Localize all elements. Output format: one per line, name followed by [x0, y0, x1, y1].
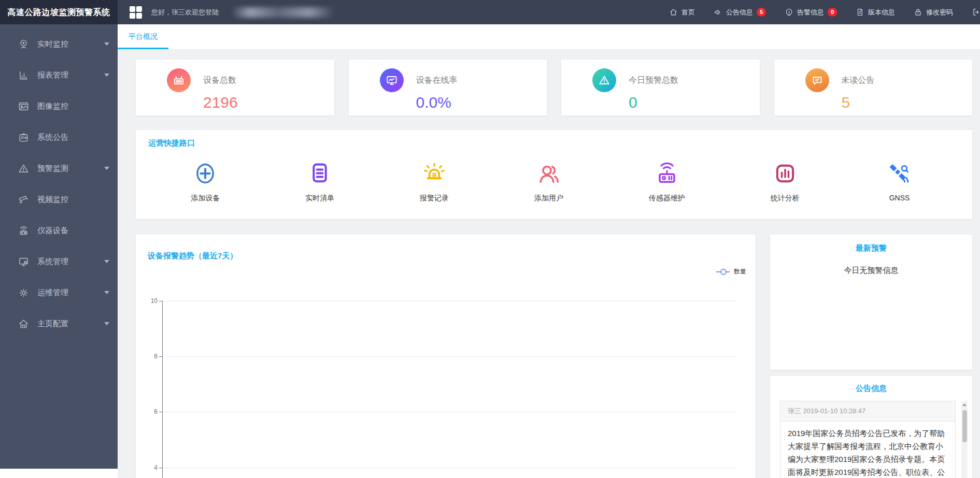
quick-sensor-maintenance[interactable]: 传感器维护	[649, 158, 685, 203]
lock-icon	[914, 8, 922, 17]
right-column: 最新预警 今日无预警信息 公告信息 张三 2019-01-10 10:28:47…	[770, 235, 972, 478]
quick-statistics[interactable]: 统计分析	[771, 158, 800, 203]
app-header: 高速公路边坡监测预警系统 您好，张三欢迎您登陆 首页 公告信息 5 告警信息 0…	[0, 0, 980, 24]
monitor-gear-icon	[18, 256, 30, 268]
quick-realtime-list[interactable]: 实时清单	[305, 158, 334, 203]
sidebar: 实时监控 报表管理 图像监控 系统公告 预警监测 视频监控 仪器设备 系统管理	[0, 24, 118, 469]
satellite-icon	[885, 158, 914, 189]
sidebar-label: 主页配置	[37, 319, 68, 329]
quick-gnss[interactable]: GNSS	[885, 158, 914, 203]
sidebar-label: 实时监控	[37, 39, 68, 49]
nav-alerts[interactable]: 告警信息 0	[785, 8, 837, 17]
sidebar-item-instruments[interactable]: 仪器设备	[0, 215, 118, 246]
sidebar-item-system-notice[interactable]: 系统公告	[0, 122, 118, 153]
sidebar-item-warning-monitor[interactable]: 预警监测	[0, 153, 118, 184]
nav-home[interactable]: 首页	[669, 8, 695, 17]
quick-alarm-records[interactable]: 报警记录	[420, 158, 449, 203]
alarm-icon	[785, 8, 793, 17]
quick-label: 统计分析	[771, 194, 800, 203]
announcements-title: 公告信息	[770, 376, 972, 394]
gridline-4	[163, 468, 736, 468]
y-tick	[159, 468, 162, 468]
sidebar-item-image-monitor[interactable]: 图像监控	[0, 91, 118, 122]
sidebar-label: 运维管理	[37, 288, 68, 298]
gear-icon	[18, 287, 30, 299]
bulletin-board-icon	[18, 132, 30, 143]
chevron-down-icon	[104, 74, 109, 77]
no-alerts-text: 今日无预警信息	[770, 266, 972, 276]
quick-label: 报警记录	[420, 194, 449, 203]
logout-icon	[972, 8, 980, 17]
nav-logout[interactable]: 退出	[972, 8, 980, 17]
announcements-badge: 5	[757, 8, 766, 17]
announcement-item[interactable]: 张三 2019-01-10 10:28:47 2019年国家公务员招考公告已发布…	[780, 401, 956, 478]
nav-change-password[interactable]: 修改密码	[914, 8, 953, 17]
main-content: 设备总数 2196 设备在线率 0.0% 今日预警总数	[118, 49, 980, 478]
siren-icon	[420, 158, 449, 189]
add-circle-icon	[191, 158, 220, 189]
quick-links-title: 运营快捷路口	[148, 138, 195, 147]
quick-add-user[interactable]: 添加用户	[534, 158, 563, 203]
announcements-panel: 公告信息 张三 2019-01-10 10:28:47 2019年国家公务员招考…	[770, 376, 972, 478]
user-greeting: 您好，张三欢迎您登陆	[151, 8, 219, 17]
stat-label: 未读公告	[842, 75, 875, 86]
quick-add-device[interactable]: 添加设备	[191, 158, 220, 203]
device-radio-icon	[167, 68, 191, 92]
scrollbar-thumb[interactable]	[962, 410, 967, 442]
quick-links-panel: 运营快捷路口 添加设备 实时清单	[136, 130, 972, 219]
tab-platform-overview[interactable]: 平台概况	[118, 24, 168, 49]
announcement-body: 2019年国家公务员招考公告已发布，为了帮助大家提早了解国考报考流程，北京中公教…	[780, 422, 955, 478]
dashboard-grid-icon[interactable]	[130, 6, 142, 19]
stat-value: 2196	[203, 94, 334, 111]
nav-announcements-label: 公告信息	[726, 8, 753, 17]
instrument-device-icon	[18, 225, 30, 237]
alerts-badge: 0	[828, 8, 837, 17]
redacted-text-smudge	[231, 7, 335, 18]
line-series-marker-icon	[716, 271, 730, 272]
nav-announcements[interactable]: 公告信息 5	[714, 8, 766, 17]
app-title: 高速公路边坡监测预警系统	[0, 0, 118, 24]
chevron-down-icon	[104, 260, 109, 263]
stat-label: 设备在线率	[416, 75, 458, 86]
nav-change-password-label: 修改密码	[926, 8, 953, 17]
chart-y-axis	[162, 301, 163, 478]
nav-home-label: 首页	[681, 8, 695, 17]
sidebar-label: 报表管理	[37, 70, 68, 80]
stat-value: 0.0%	[416, 94, 547, 111]
sidebar-item-video-monitor[interactable]: 视频监控	[0, 184, 118, 215]
stat-card-unread-notices: 未读公告 5	[774, 60, 973, 115]
latest-alerts-panel: 最新预警 今日无预警信息	[770, 235, 972, 370]
quick-label: GNSS	[885, 194, 914, 202]
sidebar-label: 视频监控	[37, 195, 68, 205]
announcement-scrollbar[interactable]	[961, 401, 968, 478]
quick-label: 实时清单	[305, 194, 334, 203]
alarm-trend-chart-panel: 设备报警趋势（最近7天） 数量 10 8 6 4	[136, 235, 756, 478]
scroll-up-arrow-icon[interactable]	[962, 403, 967, 406]
stat-card-total-devices: 设备总数 2196	[136, 60, 334, 115]
y-tick	[159, 356, 162, 357]
sidebar-item-system-manage[interactable]: 系统管理	[0, 246, 118, 277]
horn-icon	[714, 8, 722, 17]
chevron-down-icon	[104, 167, 109, 170]
cctv-camera-icon	[18, 194, 30, 206]
sidebar-item-home-config[interactable]: 主页配置	[0, 308, 118, 339]
sidebar-item-realtime-monitor[interactable]: 实时监控	[0, 28, 118, 60]
chart-title: 设备报警趋势（最近7天）	[148, 251, 237, 261]
y-tick-label: 6	[136, 408, 158, 415]
stat-card-today-warnings: 今日预警总数 0	[561, 60, 760, 115]
sidebar-item-report-manage[interactable]: 报表管理	[0, 60, 118, 91]
stats-row: 设备总数 2196 设备在线率 0.0% 今日预警总数	[136, 60, 972, 115]
list-document-icon	[305, 158, 334, 189]
nav-version[interactable]: 版本信息	[856, 8, 895, 17]
chart-legend[interactable]: 数量	[716, 267, 746, 276]
tab-bar: 平台概况	[118, 24, 980, 49]
stat-value: 0	[629, 94, 760, 111]
quick-label: 添加设备	[191, 194, 220, 203]
y-tick	[159, 301, 162, 301]
sidebar-item-ops-manage[interactable]: 运维管理	[0, 277, 118, 308]
gridline-8	[163, 356, 736, 357]
stat-label: 设备总数	[203, 75, 236, 86]
stat-value: 5	[842, 94, 973, 111]
stat-label: 今日预警总数	[629, 75, 678, 86]
bar-chart-icon	[18, 69, 30, 81]
